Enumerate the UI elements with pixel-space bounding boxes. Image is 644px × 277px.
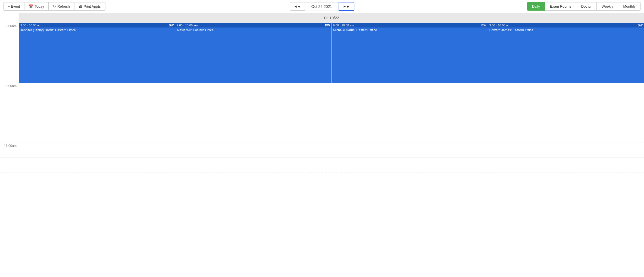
next-date-button[interactable]: ►► — [339, 2, 354, 11]
appt-patient-2: Alexis Wu: Eastern Office — [177, 28, 214, 32]
appt-badge-4: BW — [638, 24, 643, 27]
appt-header-3: 9:00 - 10:00 am BW — [332, 23, 488, 27]
appt-badge-3: BW — [481, 24, 486, 27]
sub-row-10-45 — [0, 128, 644, 143]
appt-col-3: 9:00 - 10:00 am BW Michelle Harris: East… — [332, 23, 488, 83]
appointment-3[interactable]: 9:00 - 10:00 am BW Michelle Harris: East… — [332, 23, 488, 83]
time-label-11am: 11:00am — [0, 143, 19, 158]
appt-header-4: 9:00 - 10:00 am BW — [488, 23, 644, 27]
toolbar: + Event 📅 Today ↻ Refresh 🖶 Print Appts … — [0, 0, 644, 13]
appt-row-9am: 9:00am 9:00 - 10:00 am BW Jennifer (Jenn… — [0, 23, 644, 83]
appt-header-2: 9:00 - 10:00 am BW — [175, 23, 331, 27]
empty-time-11-15 — [0, 158, 19, 173]
sub-row-11-15 — [0, 158, 644, 173]
appt-col-1: 9:00 - 10:00 am BW Jennifer (Jenny) Harr… — [19, 23, 175, 83]
view-switcher: Daily Exam Rooms Doctor Weekly Monthly — [527, 2, 641, 11]
refresh-button[interactable]: ↻ Refresh — [49, 2, 74, 11]
date-nav: ◄◄ Oct 22 2021 ►► — [290, 2, 354, 11]
empty-cols-11-15 — [19, 158, 644, 173]
empty-time-10-30 — [0, 113, 19, 128]
appointment-1[interactable]: 9:00 - 10:00 am BW Jennifer (Jenny) Harr… — [19, 23, 175, 83]
daily-view-button[interactable]: Daily — [527, 2, 545, 11]
empty-time-10-15 — [0, 98, 19, 113]
empty-time-10-45 — [0, 128, 19, 143]
hour-cols-10am — [19, 83, 644, 98]
sub-row-10-30 — [0, 113, 644, 128]
appt-time-2: 9:00 - 10:00 am — [177, 24, 198, 27]
refresh-icon: ↻ — [53, 4, 56, 8]
day-header: Fri 10/22 — [19, 13, 644, 23]
weekly-view-button[interactable]: Weekly — [597, 2, 618, 11]
appt-time-1: 9:00 - 10:00 am — [20, 24, 41, 27]
hour-cols-11am — [19, 143, 644, 158]
sub-row-10-15 — [0, 98, 644, 113]
doctor-view-button[interactable]: Doctor — [576, 2, 597, 11]
monthly-view-button[interactable]: Monthly — [618, 2, 641, 11]
calendar-icon: 📅 — [29, 4, 33, 8]
appt-patient-4: Edward James: Eastern Office — [489, 28, 533, 32]
appointment-4[interactable]: 9:00 - 10:00 am BW Edward James: Eastern… — [488, 23, 644, 83]
appointment-2[interactable]: 9:00 - 10:00 am BW Alexis Wu: Eastern Of… — [175, 23, 331, 83]
appt-badge-1: BW — [169, 24, 174, 27]
print-icon: 🖶 — [79, 4, 82, 8]
add-event-button[interactable]: + Event — [3, 2, 24, 11]
prev-date-button[interactable]: ◄◄ — [290, 2, 305, 11]
print-button[interactable]: 🖶 Print Appts — [74, 2, 105, 11]
appt-patient-3: Michelle Harris: Eastern Office — [333, 28, 377, 32]
empty-cols-10-45 — [19, 128, 644, 143]
empty-cols-10-15 — [19, 98, 644, 113]
appt-badge-2: BW — [325, 24, 330, 27]
appt-header-1: 9:00 - 10:00 am BW — [19, 23, 175, 27]
today-button[interactable]: 📅 Today — [24, 2, 49, 11]
toolbar-left: + Event 📅 Today ↻ Refresh 🖶 Print Appts — [3, 2, 527, 11]
time-label-10am: 10:00am — [0, 83, 19, 98]
exam-rooms-view-button[interactable]: Exam Rooms — [545, 2, 576, 11]
time-row-11am: 11:00am — [0, 143, 644, 158]
appt-patient-1: Jennifer (Jenny) Harris: Eastern Office — [20, 28, 76, 32]
empty-cols-10-30 — [19, 113, 644, 128]
time-row-10am: 10:00am — [0, 83, 644, 98]
appt-time-4: 9:00 - 10:00 am — [489, 24, 510, 27]
time-label-9am: 9:00am — [0, 23, 19, 83]
calendar-container: 9:00am 9:00 - 10:00 am BW Jennifer (Jenn… — [0, 23, 644, 267]
current-date-display: Oct 22 2021 — [305, 2, 339, 11]
appt-col-4: 9:00 - 10:00 am BW Edward James: Eastern… — [488, 23, 644, 83]
appt-col-2: 9:00 - 10:00 am BW Alexis Wu: Eastern Of… — [175, 23, 332, 83]
appt-time-3: 9:00 - 10:00 am — [333, 24, 354, 27]
appt-columns: 9:00 - 10:00 am BW Jennifer (Jenny) Harr… — [19, 23, 644, 83]
